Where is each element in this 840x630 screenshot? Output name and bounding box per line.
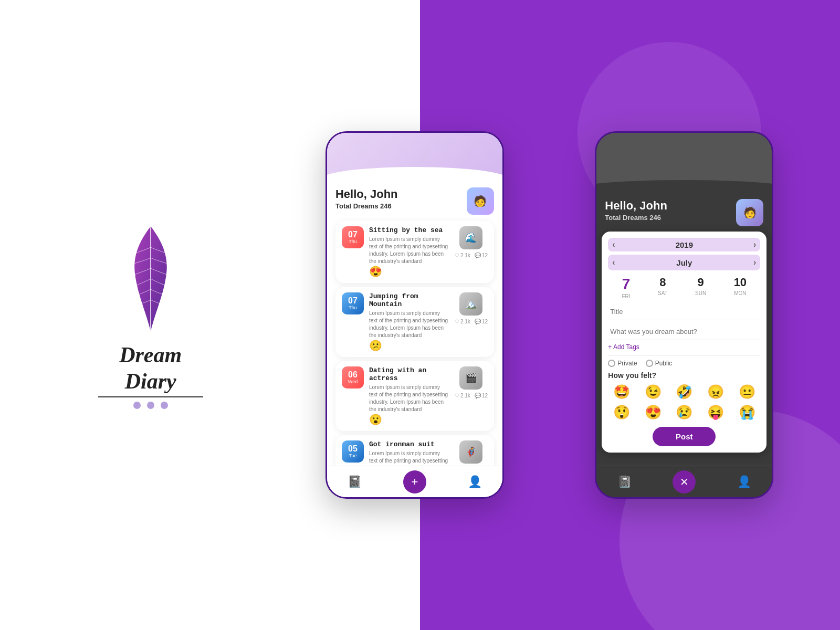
privacy-public[interactable]: Public <box>646 360 673 367</box>
date-day-2: Thu <box>349 306 357 311</box>
cal-day-num-8: 8 <box>659 276 666 289</box>
emoji-8[interactable]: 😢 <box>671 404 698 421</box>
cal-day-num-10: 10 <box>734 276 747 289</box>
emoji-3[interactable]: 🤣 <box>671 384 698 400</box>
likes-3: ♡2.1k <box>455 393 470 398</box>
cal-year-prev[interactable]: ‹ <box>612 240 615 249</box>
dark-total-dreams: Total Dreams 246 <box>605 214 667 222</box>
emoji-7[interactable]: 😍 <box>639 404 667 421</box>
logo-dot-1 <box>133 402 141 409</box>
avatar-dark: 🧑 <box>736 199 763 226</box>
emoji-4[interactable]: 😠 <box>702 384 729 400</box>
nav-add-button[interactable]: + <box>403 470 426 494</box>
card-stats-2: ♡2.1k 💬12 <box>455 319 488 324</box>
nav-close-button[interactable]: ✕ <box>673 470 696 494</box>
date-badge-3: 06 Wed <box>342 366 364 388</box>
feather-icon <box>117 221 185 337</box>
cal-day-name-sun: SUN <box>695 290 706 296</box>
dream-card-1[interactable]: 07 Thu Sitting by the sea Lorem Ipsum is… <box>335 221 494 283</box>
date-num-1: 07 <box>348 230 358 239</box>
card-desc-2: Lorem Ipsum is simply dummy text of the … <box>369 310 449 339</box>
dark-greeting: Hello, John Total Dreams 246 🧑 <box>596 191 772 232</box>
nav-profile-light[interactable]: 👤 <box>468 475 482 489</box>
greeting-text: Hello, John Total Dreams 246 <box>335 187 398 210</box>
logo-dots <box>133 402 168 409</box>
cal-month-row: ‹ July › <box>608 255 760 270</box>
logo-line2: Diary <box>125 369 176 393</box>
bottom-nav-dark: 📓 ✕ 👤 <box>596 466 772 497</box>
card-right-2: 🏔️ ♡2.1k 💬12 <box>455 292 488 324</box>
cal-day-mon[interactable]: 10 MON <box>734 276 747 299</box>
title-input[interactable] <box>608 303 760 320</box>
emoji-1[interactable]: 🤩 <box>608 384 635 400</box>
card-title-1: Sitting by the sea <box>369 226 449 234</box>
nav-journal-dark[interactable]: 📓 <box>617 475 632 489</box>
cal-day-num-9: 9 <box>698 276 704 289</box>
logo-dot-2 <box>147 402 154 409</box>
logo-underline <box>98 396 203 397</box>
likes-1: ♡2.1k <box>455 253 470 258</box>
cal-day-name-mon: MON <box>734 290 746 296</box>
dark-header <box>596 133 772 191</box>
card-title-3: Dating with an actress <box>369 366 449 382</box>
cal-day-sat[interactable]: 8 SAT <box>658 276 668 299</box>
post-button[interactable]: Post <box>653 427 716 446</box>
emoji-2[interactable]: 😉 <box>639 384 667 400</box>
card-content-1: Sitting by the sea Lorem Ipsum is simply… <box>369 226 449 278</box>
card-stats-1: ♡2.1k 💬12 <box>455 253 488 258</box>
emoji-9[interactable]: 😝 <box>702 404 729 421</box>
card-title-4: Got ironman suit <box>369 440 449 448</box>
cal-year: 2019 <box>676 240 693 249</box>
calendar-widget: ‹ 2019 › ‹ July › 7 FRI 8 SAT <box>602 232 766 453</box>
cal-month-next[interactable]: › <box>753 258 756 267</box>
date-day-3: Wed <box>348 380 358 385</box>
dream-card-3[interactable]: 06 Wed Dating with an actress Lorem Ipsu… <box>335 361 494 431</box>
dream-card-2[interactable]: 07 Thu Jumping from Mountain Lorem Ipsum… <box>335 287 494 357</box>
date-day-4: Tue <box>349 454 356 459</box>
card-right-1: 🌊 ♡2.1k 💬12 <box>455 226 488 258</box>
date-badge-4: 05 Tue <box>342 440 364 463</box>
nav-profile-dark[interactable]: 👤 <box>737 475 751 489</box>
greeting-name: Hello, John <box>335 187 398 201</box>
phone-dark: Hello, John Total Dreams 246 🧑 ‹ 2019 › … <box>595 131 773 499</box>
card-content-3: Dating with an actress Lorem Ipsum is si… <box>369 366 449 426</box>
card-emoji-1: 😍 <box>369 265 449 278</box>
emoji-6[interactable]: 😲 <box>608 404 635 421</box>
comments-1: 💬12 <box>475 253 488 258</box>
cal-day-num-7: 7 <box>622 276 631 292</box>
logo-line1: Dream <box>119 343 182 367</box>
dream-cards-list: 07 Thu Sitting by the sea Lorem Ipsum is… <box>327 221 502 497</box>
cal-day-fri[interactable]: 7 FRI <box>622 276 631 299</box>
date-day-1: Thu <box>349 239 357 245</box>
cal-day-sun[interactable]: 9 SUN <box>695 276 706 299</box>
dream-input[interactable] <box>608 323 760 340</box>
nav-journal-light[interactable]: 📓 <box>348 475 362 489</box>
comments-2: 💬12 <box>475 319 488 324</box>
card-stats-3: ♡2.1k 💬12 <box>455 393 488 398</box>
phone-light: Hello, John Total Dreams 246 🧑 07 Thu Si… <box>326 131 504 499</box>
radio-private <box>608 360 615 367</box>
add-tags-row[interactable]: + Add Tags <box>608 343 760 355</box>
cal-day-name-fri: FRI <box>622 293 631 299</box>
privacy-private[interactable]: Private <box>608 360 637 367</box>
total-dreams-light: Total Dreams 246 <box>335 202 398 210</box>
cal-month-prev[interactable]: ‹ <box>612 258 615 267</box>
card-right-3: 🎬 ♡2.1k 💬12 <box>455 366 488 398</box>
card-title-2: Jumping from Mountain <box>369 292 449 308</box>
cal-year-next[interactable]: › <box>753 240 756 249</box>
date-badge-1: 07 Thu <box>342 226 364 248</box>
card-thumb-4: 🦸 <box>459 440 482 464</box>
add-tags-text: + Add Tags <box>608 343 639 351</box>
emoji-10[interactable]: 😭 <box>733 404 761 421</box>
cal-days: 7 FRI 8 SAT 9 SUN 10 MON <box>608 276 760 299</box>
avatar-light: 🧑 <box>467 187 494 215</box>
emoji-5[interactable]: 😐 <box>733 384 761 400</box>
public-label: Public <box>655 360 673 367</box>
privacy-row: Private Public <box>608 360 760 367</box>
date-badge-2: 07 Thu <box>342 292 364 314</box>
dark-greeting-name: Hello, John <box>605 199 667 213</box>
cal-day-name-sat: SAT <box>658 290 668 296</box>
date-num-4: 05 <box>348 444 358 454</box>
how-felt-label: How you felt? <box>608 371 760 380</box>
card-thumb-2: 🏔️ <box>459 292 482 316</box>
